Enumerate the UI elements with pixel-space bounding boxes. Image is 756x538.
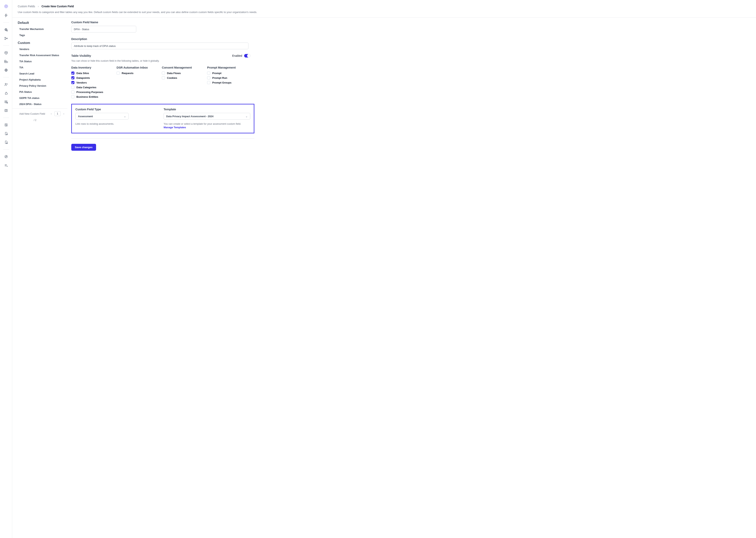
side-item[interactable]: Project Alphabeta: [12, 77, 67, 83]
field-name-input[interactable]: [71, 26, 136, 32]
cube-icon[interactable]: [4, 50, 9, 55]
people-icon[interactable]: [4, 82, 9, 87]
visibility-option-label: Prompt Run: [212, 77, 227, 80]
pager-total: / 2: [12, 118, 67, 122]
field-type-value: Assessment: [78, 115, 93, 118]
visibility-option[interactable]: Prompt Groups: [207, 80, 253, 85]
field-type-sub: Link rows to existing assessments.: [75, 122, 156, 125]
compass-icon[interactable]: [4, 154, 9, 159]
checkbox[interactable]: [71, 90, 74, 93]
stack-gear-icon[interactable]: [4, 99, 9, 104]
side-item[interactable]: Transfer Mechanism: [12, 26, 67, 32]
checkbox[interactable]: [207, 81, 210, 84]
checkbox[interactable]: [162, 72, 165, 75]
visibility-option-label: Prompt Groups: [212, 81, 231, 84]
template-sub: You can create or select a template for …: [164, 122, 250, 125]
nav-rail: [0, 0, 12, 538]
vis-col-title: DSR Automation Inbox: [117, 66, 162, 69]
chevron-down-icon: ⌄: [246, 115, 248, 118]
checkbox[interactable]: [71, 76, 74, 80]
checkbox[interactable]: [71, 95, 74, 98]
visibility-option[interactable]: Requests: [117, 71, 162, 76]
field-name-label: Custom Field Name: [71, 21, 753, 24]
side-item[interactable]: PIA Status: [12, 89, 67, 95]
add-custom-field-link[interactable]: Add New Custom Field: [19, 112, 45, 115]
list-plus-icon[interactable]: [4, 163, 9, 168]
checkbox[interactable]: [207, 72, 210, 75]
side-item[interactable]: Transfer Risk Assessment Status: [12, 52, 67, 58]
visibility-option-label: Prompt: [212, 72, 221, 75]
field-type-label: Custom Field Type: [75, 108, 156, 111]
id-card-icon[interactable]: [4, 108, 9, 113]
visibility-option[interactable]: Prompt Run: [207, 76, 253, 80]
svg-point-17: [6, 134, 7, 135]
visibility-option[interactable]: Data Categories: [71, 85, 117, 90]
vis-col-title: Data Inventory: [71, 66, 117, 69]
page-description: Use custom fields to categorize and filt…: [18, 11, 750, 14]
save-button[interactable]: Save changes: [71, 144, 96, 151]
breadcrumb-root[interactable]: Custom Fields: [18, 5, 35, 8]
visibility-option-label: Requests: [122, 72, 133, 75]
manage-templates-link[interactable]: Manage Templates: [164, 126, 186, 129]
visibility-option[interactable]: Business Entities: [71, 94, 117, 99]
custom-fields-sidebar: Default Transfer Mechanism Tags Custom V…: [12, 18, 67, 159]
side-item[interactable]: Tags: [12, 32, 67, 38]
file-gear-icon[interactable]: [4, 140, 9, 144]
cubes-icon[interactable]: [4, 59, 9, 64]
pager-next-icon[interactable]: ›: [62, 112, 65, 115]
chevron-down-icon: ⌄: [124, 115, 126, 118]
visibility-option[interactable]: Datapoints: [71, 76, 117, 80]
checkbox[interactable]: [71, 72, 74, 75]
file-search-icon[interactable]: [4, 131, 9, 136]
checkbox[interactable]: [71, 86, 74, 89]
visibility-label: Table Visibility: [71, 54, 160, 57]
visibility-option-label: Processing Purposes: [76, 91, 103, 93]
field-desc-label: Description: [71, 37, 753, 40]
pager-current[interactable]: 1: [54, 111, 61, 116]
visibility-subtext: You can show or hide this custom field i…: [71, 59, 160, 62]
visibility-option[interactable]: Data Flows: [162, 71, 207, 76]
globe-gear-icon[interactable]: [4, 27, 9, 32]
visibility-option-label: Data Categories: [76, 86, 96, 89]
visibility-option[interactable]: Processing Purposes: [71, 90, 117, 94]
checkbox[interactable]: [162, 76, 165, 80]
vis-col-title: Consent Management: [162, 66, 207, 69]
visibility-option-label: Cookies: [167, 77, 177, 80]
visibility-option[interactable]: Vendors: [71, 80, 117, 85]
side-item[interactable]: 2024 DPIA - Status: [12, 101, 67, 107]
globe-icon[interactable]: [4, 68, 9, 73]
thumbs-up-icon[interactable]: [4, 91, 9, 95]
visibility-option[interactable]: Cookies: [162, 76, 207, 80]
checkbox[interactable]: [207, 76, 210, 80]
template-label: Template: [164, 108, 250, 111]
breadcrumb-current: Create New Custom Field: [42, 5, 74, 8]
side-item[interactable]: TIA: [12, 64, 67, 71]
type-template-highlight: Custom Field Type Assessment ⌄ Link rows…: [71, 104, 254, 134]
svg-point-14: [6, 110, 6, 111]
template-select[interactable]: Data Privacy Impact Assessment - 2024 ⌄: [164, 113, 250, 120]
side-item[interactable]: Vendors: [12, 46, 67, 52]
pager-prev-icon[interactable]: ‹: [50, 112, 53, 115]
visibility-option-label: Business Entities: [76, 95, 98, 98]
enabled-toggle[interactable]: [244, 54, 251, 58]
visibility-option[interactable]: Prompt: [207, 71, 253, 76]
side-item[interactable]: TIA Status: [12, 58, 67, 64]
chevron-right-icon: ›: [38, 5, 39, 8]
template-value: Data Privacy Impact Assessment - 2024: [166, 115, 213, 118]
field-desc-input[interactable]: [71, 42, 249, 49]
brand-logo-icon[interactable]: [3, 4, 9, 9]
checkbox[interactable]: [71, 81, 74, 84]
side-item[interactable]: Search Lead: [12, 71, 67, 77]
visibility-option[interactable]: Data Silos: [71, 71, 117, 76]
side-item[interactable]: GDPR TIA status: [12, 95, 67, 101]
checkbox[interactable]: [117, 72, 120, 75]
visibility-option-label: Data Silos: [76, 72, 89, 75]
side-item[interactable]: Privacy Policy Version: [12, 83, 67, 89]
field-type-select[interactable]: Assessment ⌄: [75, 113, 128, 120]
side-group-custom: Custom: [12, 40, 67, 46]
svg-point-3: [7, 30, 8, 31]
nodes-icon[interactable]: [4, 36, 9, 41]
svg-rect-10: [5, 101, 7, 101]
bolt-badge-icon[interactable]: [4, 13, 9, 18]
search-doc-icon[interactable]: [4, 123, 9, 127]
